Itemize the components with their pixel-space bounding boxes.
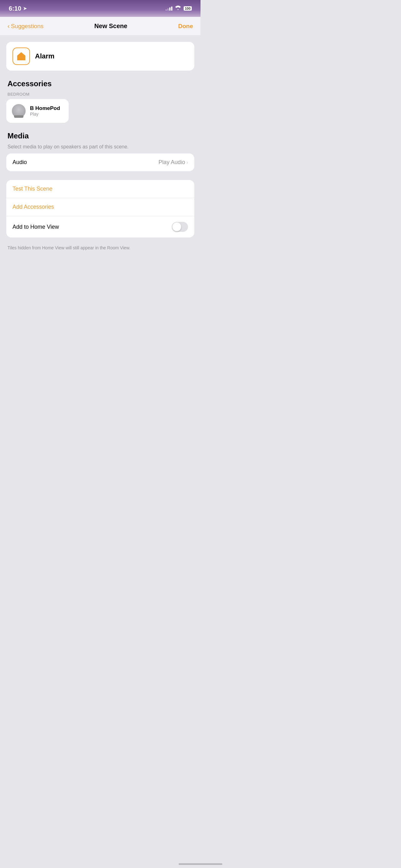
add-accessories-row[interactable]: Add Accessories bbox=[6, 198, 194, 216]
home-view-toggle[interactable] bbox=[172, 222, 188, 232]
accessories-title: Accessories bbox=[6, 80, 194, 88]
audio-row[interactable]: Audio Play Audio › bbox=[6, 153, 194, 171]
home-view-label: Add to Home View bbox=[12, 224, 59, 230]
play-audio-action: Play Audio › bbox=[159, 159, 188, 165]
chevron-left-icon: ‹ bbox=[7, 23, 10, 30]
battery-icon: 100 bbox=[183, 6, 192, 11]
scene-card[interactable]: Alarm bbox=[6, 42, 194, 71]
footer-note: Tiles hidden from Home View will still a… bbox=[6, 243, 194, 251]
scene-icon-wrapper bbox=[12, 48, 30, 65]
house-icon bbox=[16, 51, 27, 62]
status-time: 6:10 ➤ bbox=[9, 5, 27, 12]
test-scene-label: Test This Scene bbox=[12, 186, 53, 192]
media-description: Select media to play on speakers as part… bbox=[6, 144, 194, 150]
add-accessories-label: Add Accessories bbox=[12, 204, 54, 210]
accessory-info: B HomePod Play bbox=[30, 105, 60, 117]
scene-name: Alarm bbox=[35, 52, 54, 60]
status-bar: 6:10 ➤ 100 bbox=[0, 0, 201, 17]
toggle-knob bbox=[172, 222, 181, 231]
media-section: Media Select media to play on speakers a… bbox=[6, 131, 194, 171]
nav-bar: ‹ Suggestions New Scene Done bbox=[0, 17, 201, 36]
media-title: Media bbox=[6, 131, 194, 140]
accessories-section: Accessories BEDROOM B HomePod Play bbox=[6, 80, 194, 123]
time-label: 6:10 bbox=[9, 5, 21, 12]
home-view-row[interactable]: Add to Home View bbox=[6, 216, 194, 238]
audio-label: Audio bbox=[12, 159, 27, 165]
status-right: 100 bbox=[166, 6, 192, 11]
play-audio-label: Play Audio bbox=[159, 159, 185, 165]
accessory-name: B HomePod bbox=[30, 105, 60, 112]
battery-label: 100 bbox=[185, 6, 191, 10]
main-content: Alarm Accessories BEDROOM B HomePod Play… bbox=[0, 36, 201, 257]
location-icon: ➤ bbox=[23, 6, 27, 11]
homepod-icon bbox=[12, 104, 26, 118]
wifi-icon bbox=[175, 6, 181, 11]
accessory-status: Play bbox=[30, 112, 60, 117]
svg-rect-0 bbox=[20, 58, 23, 60]
page-title: New Scene bbox=[94, 23, 127, 30]
accessory-card[interactable]: B HomePod Play bbox=[6, 99, 69, 123]
signal-icon bbox=[166, 6, 172, 11]
back-label: Suggestions bbox=[11, 23, 44, 30]
done-button[interactable]: Done bbox=[178, 23, 193, 30]
bedroom-label: BEDROOM bbox=[6, 92, 194, 97]
action-section: Test This Scene Add Accessories Add to H… bbox=[6, 180, 194, 238]
back-button[interactable]: ‹ Suggestions bbox=[7, 23, 43, 30]
test-scene-row[interactable]: Test This Scene bbox=[6, 180, 194, 198]
chevron-right-icon: › bbox=[187, 160, 188, 165]
